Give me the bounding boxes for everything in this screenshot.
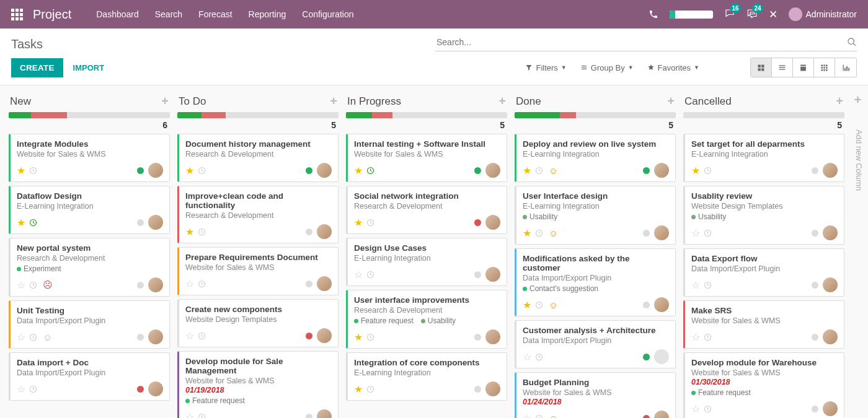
kanban-card[interactable]: Design Use CasesE-Learning Integration☆ — [346, 238, 507, 286]
clock-icon[interactable] — [197, 227, 206, 237]
kanban-card[interactable]: Dataflow DesignE-Learning Integration★ — [9, 186, 170, 234]
priority-star[interactable]: ☆ — [17, 331, 25, 343]
priority-star[interactable]: ☆ — [523, 412, 531, 419]
clock-icon[interactable] — [703, 333, 712, 342]
assignee-avatar[interactable] — [654, 411, 669, 418]
assignee-avatar[interactable] — [485, 215, 500, 230]
clock-icon[interactable] — [534, 166, 544, 175]
priority-star[interactable]: ★ — [523, 299, 531, 311]
state-dot[interactable] — [812, 406, 818, 412]
state-dot[interactable] — [306, 281, 312, 287]
priority-star[interactable]: ☆ — [185, 411, 194, 419]
priority-star[interactable]: ☆ — [17, 279, 25, 291]
assignee-avatar[interactable] — [823, 329, 838, 344]
column-title[interactable]: Done — [516, 95, 541, 108]
priority-star[interactable]: ☆ — [691, 279, 700, 291]
state-dot[interactable] — [643, 415, 650, 419]
state-dot[interactable] — [306, 229, 312, 235]
kanban-card[interactable]: New portal systemResearch & DevelopmentE… — [9, 238, 170, 297]
user-menu[interactable]: Administrator — [789, 7, 857, 21]
clock-icon[interactable] — [366, 218, 375, 227]
satisfaction-icon[interactable]: ☺ — [549, 228, 558, 238]
column-title[interactable]: In Progress — [347, 95, 401, 108]
kanban-card[interactable]: Data import + DocData Import/Export Plug… — [9, 352, 170, 401]
kanban-card[interactable]: Customer analysis + ArchitectureData Imp… — [515, 320, 676, 368]
kanban-card[interactable]: Set target for all deparmentsE-Learning … — [683, 134, 844, 182]
clock-icon[interactable] — [29, 281, 38, 290]
assignee-avatar[interactable] — [485, 163, 500, 178]
menu-config[interactable]: Configuration — [302, 9, 353, 19]
assignee-avatar[interactable] — [823, 225, 838, 240]
search-icon[interactable] — [847, 37, 857, 47]
state-dot[interactable] — [137, 334, 144, 341]
state-dot[interactable] — [306, 333, 312, 339]
clock-icon[interactable] — [703, 404, 712, 414]
satisfaction-icon[interactable]: ☺ — [43, 332, 52, 342]
state-dot[interactable] — [306, 414, 312, 419]
assignee-avatar[interactable] — [654, 349, 669, 364]
assignee-avatar[interactable] — [148, 277, 163, 292]
state-dot[interactable] — [137, 386, 144, 393]
priority-star[interactable]: ★ — [354, 217, 363, 229]
search-input[interactable] — [435, 35, 847, 50]
priority-star[interactable]: ☆ — [691, 227, 700, 239]
add-card-icon[interactable]: + — [498, 94, 506, 108]
clock-icon[interactable] — [534, 414, 544, 419]
add-card-icon[interactable]: + — [161, 94, 169, 108]
add-card-icon[interactable]: + — [836, 94, 843, 108]
assignee-avatar[interactable] — [485, 381, 500, 396]
state-dot[interactable] — [643, 230, 650, 237]
column-title[interactable]: New — [10, 95, 31, 108]
filters-menu[interactable]: Filters▼ — [525, 63, 566, 72]
assignee-avatar[interactable] — [823, 163, 838, 178]
search-box[interactable] — [435, 35, 857, 51]
assignee-avatar[interactable] — [654, 163, 669, 178]
add-column[interactable]: Add new Column — [852, 111, 864, 191]
view-calendar[interactable] — [793, 58, 814, 77]
priority-star[interactable]: ☆ — [185, 330, 194, 342]
state-dot[interactable] — [643, 354, 650, 360]
satisfaction-icon[interactable]: ☺ — [549, 413, 558, 419]
priority-star[interactable]: ☆ — [354, 269, 363, 281]
menu-dashboard[interactable]: Dashboard — [96, 9, 139, 19]
trial-progress[interactable] — [670, 11, 713, 19]
assignee-avatar[interactable] — [654, 225, 669, 240]
kanban-card[interactable]: User interface improvementsResearch & De… — [346, 290, 507, 349]
clock-icon[interactable] — [29, 166, 38, 175]
create-button[interactable]: CREATE — [11, 58, 63, 77]
kanban-card[interactable]: Usablity reviewWebsite Design TemplatesU… — [683, 186, 844, 245]
menu-forecast[interactable]: Forecast — [198, 9, 232, 19]
priority-star[interactable]: ★ — [185, 226, 194, 238]
clock-icon[interactable] — [703, 166, 712, 175]
state-dot[interactable] — [474, 334, 481, 341]
clock-icon[interactable] — [197, 279, 206, 289]
kanban-card[interactable]: Create new componentsWebsite Design Temp… — [177, 299, 339, 347]
phone-icon[interactable] — [649, 9, 658, 19]
assignee-avatar[interactable] — [317, 328, 332, 343]
clock-icon[interactable] — [197, 331, 206, 341]
kanban-card[interactable]: Unit TestingData Import/Export Plugin☆☺ — [9, 300, 170, 349]
kanban-card[interactable]: Prepare Requirements DocumentWebsite for… — [177, 247, 339, 295]
kanban-card[interactable]: Data Export flowData Import/Export Plugi… — [683, 248, 844, 297]
state-dot[interactable] — [812, 282, 818, 289]
clock-icon[interactable] — [534, 352, 544, 362]
clock-icon[interactable] — [366, 333, 375, 342]
state-dot[interactable] — [137, 219, 144, 226]
view-graph[interactable] — [835, 58, 856, 77]
assignee-avatar[interactable] — [317, 163, 332, 178]
state-dot[interactable] — [812, 167, 818, 174]
state-dot[interactable] — [812, 230, 818, 237]
kanban-card[interactable]: User Interface designE-Learning Integrat… — [515, 186, 676, 245]
clock-icon[interactable] — [197, 166, 206, 175]
state-dot[interactable] — [474, 219, 481, 226]
favorites-menu[interactable]: Favorites▼ — [647, 63, 699, 72]
kanban-card[interactable]: Make SRSWebsite for Sales & WMS☆ — [683, 300, 844, 349]
clock-icon[interactable] — [703, 281, 712, 290]
kanban-card[interactable]: Develop module for WarehouseWebsite for … — [683, 352, 844, 418]
kanban-card[interactable]: Social network integrationResearch & Dev… — [346, 186, 507, 234]
clock-icon[interactable] — [29, 218, 38, 227]
brand[interactable]: Project — [33, 7, 71, 22]
assignee-avatar[interactable] — [317, 224, 332, 239]
state-dot[interactable] — [474, 167, 481, 174]
state-dot[interactable] — [643, 167, 650, 174]
